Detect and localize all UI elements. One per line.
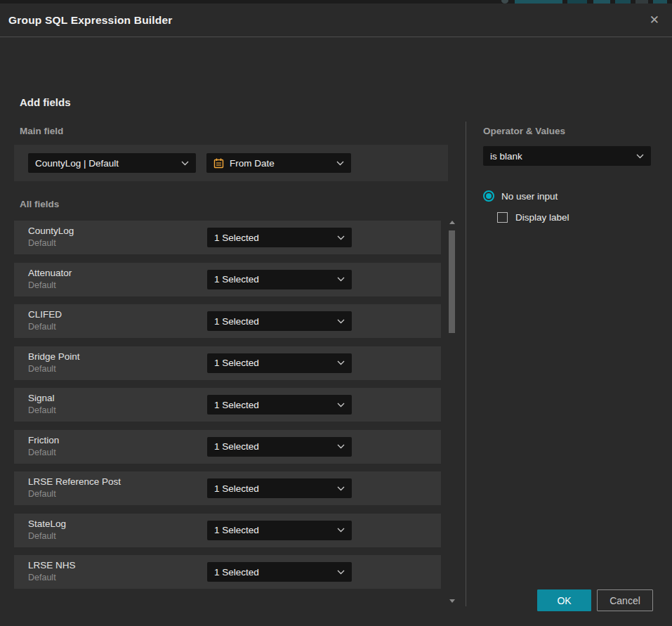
add-fields-heading: Add fields bbox=[20, 96, 71, 108]
chevron-down-icon bbox=[337, 235, 345, 240]
dialog-title: Group SQL Expression Builder bbox=[8, 14, 173, 27]
scrollbar-thumb[interactable] bbox=[449, 230, 455, 333]
operator-select-value: is blank bbox=[490, 151, 631, 162]
row-selected-dropdown-label: 1 Selected bbox=[214, 233, 331, 243]
cancel-button[interactable]: Cancel bbox=[597, 589, 653, 611]
field-row: Friction Default 1 Selected bbox=[14, 430, 441, 464]
row-selected-dropdown-label: 1 Selected bbox=[214, 525, 331, 535]
chevron-down-icon bbox=[337, 444, 345, 449]
group-sql-expression-builder-dialog: Group SQL Expression Builder ✕ Add field… bbox=[0, 4, 672, 626]
chevron-down-icon bbox=[337, 486, 345, 491]
chevron-down-icon bbox=[337, 570, 345, 575]
field-row: CountyLog Default 1 Selected bbox=[14, 221, 441, 254]
display-label-checkbox-row[interactable]: Display label bbox=[497, 212, 569, 223]
radio-selected-icon[interactable] bbox=[483, 190, 494, 202]
field-row: StateLog Default 1 Selected bbox=[14, 514, 441, 547]
chevron-down-icon bbox=[337, 528, 345, 533]
display-label-text: Display label bbox=[515, 212, 569, 223]
chevron-down-icon bbox=[337, 403, 345, 407]
row-selected-dropdown-label: 1 Selected bbox=[214, 483, 331, 494]
chevron-down-icon bbox=[636, 154, 644, 159]
row-selected-dropdown-label: 1 Selected bbox=[214, 441, 331, 452]
list-scrollbar[interactable] bbox=[449, 218, 456, 604]
no-user-input-label: No user input bbox=[501, 191, 558, 202]
operator-select[interactable]: is blank bbox=[483, 146, 651, 166]
scroll-up-icon[interactable] bbox=[449, 221, 455, 224]
dialog-footer: OK Cancel bbox=[537, 589, 653, 611]
scroll-down-icon[interactable] bbox=[449, 599, 455, 603]
field-row: Attenuator Default 1 Selected bbox=[14, 263, 441, 296]
ok-button[interactable]: OK bbox=[537, 589, 591, 611]
row-selected-dropdown[interactable]: 1 Selected bbox=[207, 228, 352, 247]
no-user-input-radio[interactable]: No user input bbox=[483, 190, 558, 202]
main-field-box: CountyLog | Default From Date bbox=[14, 145, 448, 181]
chevron-down-icon bbox=[337, 319, 345, 324]
panel-divider bbox=[466, 122, 466, 606]
dialog-body: Add fields Main field CountyLog | Defaul… bbox=[0, 37, 672, 592]
field-row: Bridge Point Default 1 Selected bbox=[14, 346, 441, 380]
row-selected-dropdown[interactable]: 1 Selected bbox=[207, 270, 352, 289]
dialog-header: Group SQL Expression Builder ✕ bbox=[0, 4, 672, 37]
main-field-select-value: From Date bbox=[230, 158, 325, 169]
row-selected-dropdown-label: 1 Selected bbox=[214, 274, 331, 285]
main-field-label: Main field bbox=[20, 126, 63, 136]
operator-values-title: Operator & Values bbox=[483, 126, 565, 136]
row-selected-dropdown[interactable]: 1 Selected bbox=[207, 437, 352, 457]
row-selected-dropdown[interactable]: 1 Selected bbox=[207, 353, 352, 373]
all-fields-label: All fields bbox=[20, 199, 59, 209]
field-row: Signal Default 1 Selected bbox=[14, 388, 441, 422]
main-field-select[interactable]: From Date bbox=[206, 153, 351, 173]
field-row: CLIFED Default 1 Selected bbox=[14, 304, 441, 338]
row-selected-dropdown[interactable]: 1 Selected bbox=[207, 311, 352, 331]
close-icon[interactable]: ✕ bbox=[647, 11, 662, 29]
chevron-down-icon bbox=[337, 277, 345, 282]
row-selected-dropdown-label: 1 Selected bbox=[214, 316, 331, 327]
row-selected-dropdown[interactable]: 1 Selected bbox=[207, 562, 352, 582]
row-selected-dropdown-label: 1 Selected bbox=[214, 358, 331, 368]
field-row: LRSE NHS Default 1 Selected bbox=[14, 555, 441, 589]
chevron-down-icon bbox=[336, 161, 344, 166]
row-selected-dropdown[interactable]: 1 Selected bbox=[207, 521, 352, 540]
checkbox-unchecked-icon[interactable] bbox=[497, 212, 508, 223]
row-selected-dropdown[interactable]: 1 Selected bbox=[207, 395, 352, 415]
row-selected-dropdown-label: 1 Selected bbox=[214, 567, 331, 578]
chevron-down-icon bbox=[181, 161, 189, 166]
all-fields-list: CountyLog Default 1 Selected Attenuator … bbox=[14, 221, 441, 597]
row-selected-dropdown[interactable]: 1 Selected bbox=[207, 478, 352, 498]
calendar-date-icon bbox=[213, 158, 224, 169]
row-selected-dropdown-label: 1 Selected bbox=[214, 400, 331, 410]
field-row: LRSE Reference Post Default 1 Selected bbox=[14, 471, 441, 505]
main-layer-select-value: CountyLog | Default bbox=[35, 158, 176, 169]
main-layer-select[interactable]: CountyLog | Default bbox=[28, 153, 196, 173]
chevron-down-icon bbox=[337, 360, 345, 365]
